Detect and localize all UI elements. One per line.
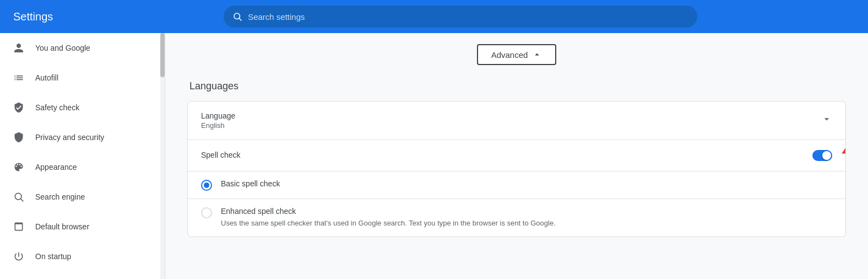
sidebar-item-appearance[interactable]: Appearance: [0, 152, 160, 182]
advanced-section: Advanced: [187, 44, 846, 65]
svg-line-3: [21, 199, 24, 202]
search-bar[interactable]: [224, 6, 697, 28]
language-row-content: Language English: [201, 111, 821, 130]
palette-icon: [13, 162, 24, 173]
language-chevron-icon[interactable]: [821, 114, 832, 127]
enhanced-spell-check-row[interactable]: Enhanced spell check Uses the same spell…: [188, 199, 845, 237]
sidebar-item-on-startup[interactable]: On startup: [0, 242, 160, 271]
sidebar-label-on-startup: On startup: [35, 252, 147, 261]
sidebar-label-you-and-google: You and Google: [35, 44, 147, 52]
privacy-icon: [13, 132, 24, 143]
sidebar-item-safety-check[interactable]: Safety check: [0, 93, 160, 122]
sidebar-label-privacy-security: Privacy and security: [35, 133, 147, 142]
advanced-button[interactable]: Advanced: [477, 44, 557, 65]
search-icon: [232, 12, 242, 22]
autofill-icon: [13, 72, 24, 83]
svg-marker-4: [843, 137, 846, 174]
languages-title: Languages: [187, 81, 846, 92]
search-engine-icon: [13, 191, 24, 202]
sidebar-label-appearance: Appearance: [35, 163, 147, 171]
search-input[interactable]: [248, 12, 688, 22]
scrollbar-thumb[interactable]: [160, 33, 165, 77]
basic-spell-check-content: Basic spell check: [221, 179, 280, 188]
enhanced-spell-check-label: Enhanced spell check: [221, 207, 556, 216]
scrollbar-track: [160, 33, 165, 279]
sidebar-item-search-engine[interactable]: Search engine: [0, 182, 160, 212]
power-icon: [13, 251, 24, 262]
spell-check-title: Spell check: [201, 151, 812, 159]
sidebar-item-default-browser[interactable]: Default browser: [0, 212, 160, 242]
sidebar-item-you-and-google[interactable]: You and Google: [0, 33, 160, 63]
basic-spell-check-radio[interactable]: [201, 180, 212, 191]
browser-icon: [13, 221, 24, 232]
sidebar-label-autofill: Autofill: [35, 73, 147, 82]
header: Settings: [0, 0, 868, 33]
main-content: Advanced Languages Language English: [165, 33, 868, 279]
enhanced-spell-check-desc: Uses the same spell checker that's used …: [221, 218, 556, 229]
spell-check-row: Spell check: [188, 140, 845, 171]
enhanced-spell-check-content: Enhanced spell check Uses the same spell…: [221, 207, 556, 229]
sidebar-item-privacy-security[interactable]: Privacy and security: [0, 122, 160, 152]
main-layout: You and Google Autofill Safety check: [0, 33, 868, 279]
sidebar-label-default-browser: Default browser: [35, 222, 147, 231]
app-title: Settings: [13, 10, 53, 23]
basic-spell-check-row[interactable]: Basic spell check: [188, 171, 845, 199]
sidebar-item-autofill[interactable]: Autofill: [0, 63, 160, 93]
advanced-button-label: Advanced: [491, 50, 528, 60]
sidebar: You and Google Autofill Safety check: [0, 33, 165, 279]
language-row[interactable]: Language English: [188, 101, 845, 140]
basic-spell-check-label: Basic spell check: [221, 179, 280, 188]
spell-check-toggle[interactable]: [812, 150, 832, 161]
person-icon: [13, 42, 24, 53]
red-arrow-annotation: [838, 136, 846, 175]
languages-section: Languages Language English: [187, 81, 846, 237]
spell-check-content: Spell check: [201, 151, 812, 160]
svg-line-1: [240, 18, 242, 20]
language-row-title: Language: [201, 111, 821, 120]
language-row-subtitle: English: [201, 121, 821, 130]
svg-point-2: [15, 193, 21, 200]
sidebar-label-search-engine: Search engine: [35, 192, 147, 201]
chevron-up-icon: [532, 50, 542, 60]
svg-point-0: [234, 13, 240, 19]
sidebar-label-safety-check: Safety check: [35, 103, 147, 112]
shield-check-icon: [13, 102, 24, 113]
languages-card: Language English Spell check: [187, 101, 846, 237]
enhanced-spell-check-radio[interactable]: [201, 207, 212, 218]
